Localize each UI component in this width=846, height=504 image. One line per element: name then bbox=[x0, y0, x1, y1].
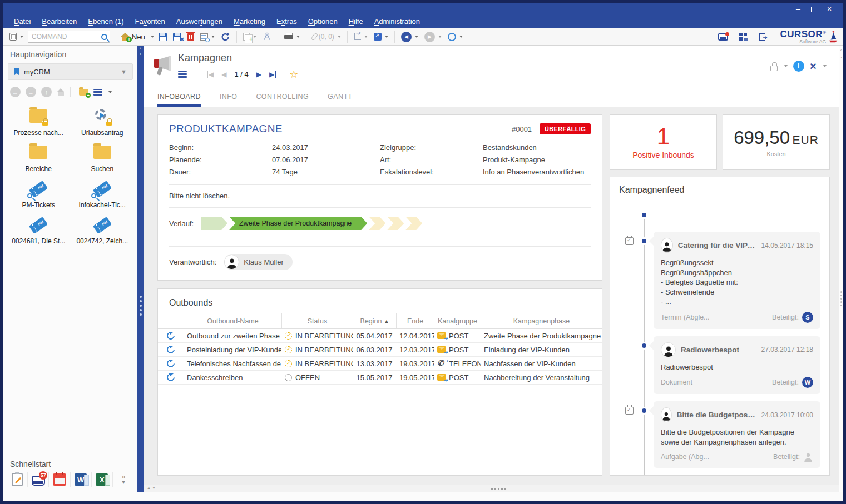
outbound-row[interactable]: Telefonisches Nachfassen der IN BEARBEIT… bbox=[158, 357, 602, 371]
maximize-button[interactable] bbox=[806, 5, 822, 12]
campaign-phase-chevron[interactable] bbox=[387, 217, 404, 230]
save-close-button[interactable]: × bbox=[171, 32, 183, 42]
dropdown-caret[interactable] bbox=[296, 36, 300, 38]
feed-entry[interactable]: Catering für die VIP Kunden 14.05.2017 1… bbox=[654, 232, 820, 329]
expand-right-icon[interactable]: › bbox=[137, 51, 144, 57]
quickstart-inbox-button[interactable]: 57 bbox=[28, 472, 49, 487]
menu-item[interactable]: Optionen bbox=[303, 16, 343, 27]
col-status[interactable]: Status bbox=[281, 313, 353, 328]
tab[interactable]: CONTROLLING bbox=[256, 87, 309, 107]
dropdown-caret[interactable] bbox=[20, 36, 23, 38]
quickstart-calendar-button[interactable] bbox=[49, 472, 70, 487]
new-record-caret[interactable] bbox=[151, 36, 154, 38]
sidebar-item[interactable]: Suchen bbox=[71, 141, 135, 175]
menu-item[interactable]: Marketing bbox=[229, 16, 270, 27]
back-button[interactable]: ◀ bbox=[399, 31, 420, 43]
dropdown-caret[interactable] bbox=[784, 65, 788, 67]
right-panel-splitter[interactable]: ‹ › bbox=[839, 46, 843, 492]
dropdown-caret[interactable] bbox=[253, 36, 256, 38]
first-record-button[interactable]: ◀ bbox=[207, 71, 214, 78]
nav-back-button[interactable]: ← bbox=[10, 87, 21, 97]
sidebar-item[interactable]: 0024681, Die St... bbox=[7, 213, 71, 247]
compass-button[interactable] bbox=[261, 31, 273, 42]
responsible-chip[interactable]: Klaus Müller bbox=[224, 254, 293, 270]
menu-item[interactable]: Ebenen (1) bbox=[83, 16, 128, 27]
window-doc-button[interactable] bbox=[8, 32, 25, 42]
refresh-button[interactable] bbox=[219, 31, 232, 43]
new-folder-icon[interactable] bbox=[79, 89, 88, 96]
sidebar-splitter[interactable]: ‹ › bbox=[137, 46, 144, 492]
quickstart-excel-button[interactable]: X bbox=[92, 472, 113, 487]
collapse-left-icon[interactable]: ‹ bbox=[839, 48, 843, 53]
menu-item[interactable]: Favoriten bbox=[130, 16, 170, 27]
campaign-phase-chevron[interactable] bbox=[201, 217, 227, 230]
close-button[interactable]: × bbox=[822, 4, 837, 13]
sidebar-item[interactable]: PM-Tickets bbox=[7, 177, 71, 211]
info-icon[interactable]: i bbox=[793, 61, 804, 72]
col-ende[interactable]: Ende bbox=[396, 313, 434, 328]
nav-forward-button[interactable]: → bbox=[26, 87, 36, 97]
lock-icon[interactable] bbox=[770, 66, 778, 71]
sidebar-item[interactable]: Bereiche bbox=[7, 141, 71, 175]
forward-button[interactable]: ▶ bbox=[423, 31, 443, 43]
sidebar-item[interactable]: Infokachel-Tic... bbox=[71, 177, 135, 211]
attachments-button[interactable]: (0, 0) bbox=[311, 32, 343, 42]
menu-item[interactable]: Extras bbox=[271, 16, 302, 27]
feed-entry[interactable]: Radiowerbespot 27.03.2017 12:18 Radiower… bbox=[654, 336, 820, 395]
campaign-phase-chevron[interactable] bbox=[405, 217, 422, 230]
dropdown-caret[interactable] bbox=[415, 36, 418, 38]
outbound-row[interactable]: Dankesschreiben OFFEN 15.05.2017 19.05.2… bbox=[158, 371, 602, 385]
menu-icon[interactable] bbox=[93, 89, 102, 96]
favorite-star-icon[interactable]: ☆ bbox=[289, 68, 298, 81]
new-window-button[interactable] bbox=[372, 32, 390, 42]
splitter-grip[interactable] bbox=[491, 488, 506, 490]
expand-right-icon[interactable]: › bbox=[839, 55, 843, 60]
splitter-grip[interactable] bbox=[140, 296, 142, 318]
command-input[interactable] bbox=[32, 33, 101, 41]
sidebar-item[interactable]: 0024742, Zeich... bbox=[71, 213, 135, 247]
tiles-button[interactable] bbox=[738, 32, 749, 42]
next-record-button[interactable]: ▶ bbox=[256, 71, 261, 78]
dropdown-caret[interactable] bbox=[385, 36, 388, 38]
menu-item[interactable]: Administration bbox=[369, 16, 425, 27]
col-beginn[interactable]: Beginn▲ bbox=[353, 313, 396, 328]
feed-entry[interactable]: Bitte die Budgetpositionen an... 24.03.2… bbox=[654, 401, 820, 468]
logout-button[interactable] bbox=[757, 32, 766, 42]
sidebar-item[interactable]: Urlaubsantrag bbox=[71, 105, 135, 139]
participant-badge[interactable]: W bbox=[802, 377, 813, 388]
menu-item[interactable]: Datei bbox=[9, 16, 36, 27]
send-button[interactable] bbox=[352, 32, 369, 41]
dropdown-caret[interactable] bbox=[364, 36, 368, 38]
delete-button[interactable] bbox=[186, 31, 196, 42]
dropdown-caret[interactable] bbox=[211, 36, 215, 38]
quickstart-word-button[interactable]: W bbox=[71, 472, 92, 487]
record-menu-icon[interactable] bbox=[178, 71, 187, 78]
tab[interactable]: GANTT bbox=[328, 87, 352, 107]
quickstart-more-button[interactable]: »▾ bbox=[113, 473, 134, 486]
previous-record-button[interactable]: ◀ bbox=[221, 71, 226, 78]
copy-record-button[interactable] bbox=[241, 32, 258, 42]
tab[interactable]: INFOBOARD bbox=[157, 87, 201, 107]
participant-badge[interactable]: S bbox=[802, 312, 813, 323]
minimize-button[interactable]: – bbox=[790, 4, 806, 13]
col-kanalgruppe[interactable]: Kanalgruppe bbox=[434, 313, 481, 328]
print-button[interactable] bbox=[283, 32, 301, 42]
history-button[interactable] bbox=[446, 32, 464, 42]
close-record-button[interactable]: × bbox=[810, 61, 817, 71]
menu-item[interactable]: Auswertungen bbox=[171, 16, 227, 27]
splitter-grip[interactable] bbox=[840, 291, 842, 308]
notifications-button[interactable] bbox=[716, 32, 730, 42]
tab[interactable]: INFO bbox=[220, 87, 237, 107]
search-records-button[interactable] bbox=[199, 32, 216, 42]
home-icon[interactable] bbox=[57, 88, 65, 96]
dropdown-caret[interactable] bbox=[338, 36, 341, 38]
collapse-left-icon[interactable]: ‹ bbox=[137, 46, 144, 51]
menu-item[interactable]: Hilfe bbox=[344, 16, 368, 27]
cost-stat-card[interactable]: 699,50 EUR Kosten bbox=[723, 114, 830, 170]
menu-item[interactable]: Bearbeiten bbox=[37, 16, 82, 27]
save-button[interactable] bbox=[157, 32, 169, 42]
workspace-selector[interactable]: myCRM ▼ bbox=[8, 63, 133, 80]
sidebar-item[interactable]: Prozesse nach... bbox=[7, 105, 71, 139]
campaign-phase-chevron[interactable] bbox=[369, 217, 385, 230]
dropdown-caret[interactable] bbox=[108, 91, 112, 93]
